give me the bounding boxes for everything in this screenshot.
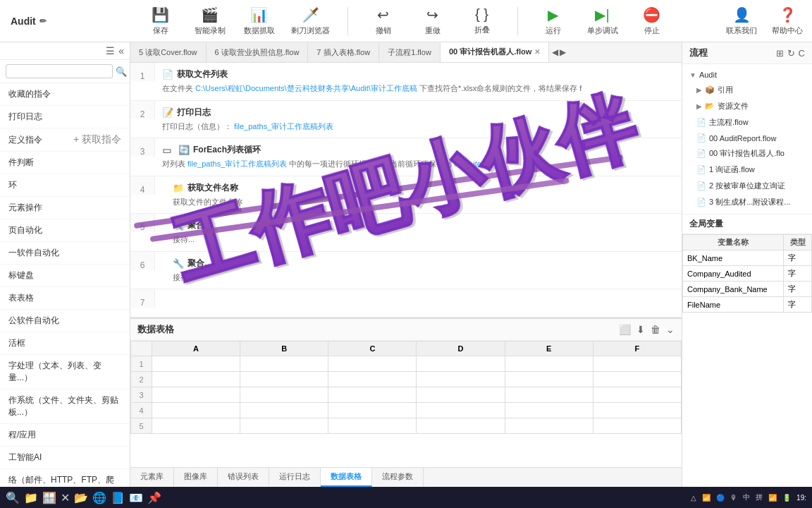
- dt-expand-icon[interactable]: ⌄: [666, 324, 675, 335]
- bottom-tab-primitives[interactable]: 元素库: [130, 468, 174, 487]
- tab-license-flow[interactable]: 6 读取营业执照信息.flow: [207, 43, 309, 62]
- sidebar-collapse-icon[interactable]: «: [118, 45, 124, 56]
- tree-item-more[interactable]: 📄 3 制生成材...附设课程...: [682, 194, 812, 210]
- cell-4f[interactable]: [593, 403, 681, 418]
- taskbar-icon-chrome[interactable]: 🌐: [92, 491, 106, 504]
- bottom-tab-data-table[interactable]: 数据表格: [321, 468, 372, 487]
- cell-1f[interactable]: [593, 356, 681, 372]
- cell-2a[interactable]: [152, 372, 240, 387]
- tab-cover-flow[interactable]: 5 读取Cover.flow: [130, 43, 207, 62]
- sidebar-item-software-auto[interactable]: 一软件自动化: [0, 242, 130, 265]
- sidebar-item-element-ops[interactable]: 元素操作: [0, 197, 130, 219]
- tab-insert-table[interactable]: 7 插入表格.flow: [308, 43, 379, 62]
- taskbar-icon-file[interactable]: 📂: [74, 491, 88, 504]
- cell-3f[interactable]: [593, 387, 681, 403]
- step-var-3[interactable]: loop_item: [454, 159, 488, 168]
- cell-3e[interactable]: [505, 387, 593, 403]
- sidebar-item-office-auto[interactable]: 公软件自动化: [0, 310, 130, 332]
- sidebar-item-print-log[interactable]: 打印日志: [0, 106, 130, 128]
- tab-subprocess[interactable]: 子流程1.flow: [379, 43, 441, 62]
- sidebar-item-app[interactable]: 程/应用: [0, 424, 130, 447]
- dt-delete-icon[interactable]: 🗑: [651, 324, 660, 335]
- sidebar-item-filesys[interactable]: 作系统（文件、文件夹、剪贴板...）: [0, 389, 130, 424]
- taskbar-icon-pin[interactable]: 📌: [147, 491, 161, 504]
- taskbar-icon-windows[interactable]: 🪟: [42, 491, 56, 504]
- tree-item-audit-report[interactable]: 📄 00 AuditReport.flow: [682, 131, 812, 145]
- tree-item-audit-robot[interactable]: 📄 00 审计报告机器人.flo: [682, 145, 812, 162]
- add-cmd-icon[interactable]: + 获取指令: [73, 133, 121, 146]
- tree-item-resources[interactable]: ▶ 📂 资源文件: [682, 98, 812, 114]
- cell-2c[interactable]: [328, 372, 417, 387]
- sidebar-item-judgment[interactable]: 件判断: [0, 152, 130, 174]
- search-icon[interactable]: 🔍: [116, 66, 127, 77]
- cell-4d[interactable]: [417, 403, 505, 418]
- bottom-tab-image-lib[interactable]: 图像库: [174, 468, 218, 487]
- tab-audit-robot[interactable]: 00 审计报告机器人.flow ✕: [441, 42, 549, 62]
- dt-download-icon[interactable]: ⬇: [636, 324, 645, 335]
- toolbar-btn-data-fetch[interactable]: 📊数据抓取: [242, 6, 277, 36]
- cell-2e[interactable]: [505, 372, 593, 387]
- var-name-bkname[interactable]: BK_Name: [683, 250, 784, 266]
- contact-button[interactable]: 👤 联系我们: [724, 6, 759, 36]
- bottom-tab-flow-params[interactable]: 流程参数: [372, 468, 424, 487]
- rp-icon-3[interactable]: C: [799, 48, 805, 59]
- cell-5e[interactable]: [505, 418, 593, 434]
- bottom-tab-run-log[interactable]: 运行日志: [269, 468, 321, 487]
- toolbar-btn-fold[interactable]: { }折叠: [465, 6, 500, 35]
- toolbar-btn-redo[interactable]: ↪重做: [415, 6, 450, 36]
- sidebar-item-commands[interactable]: 收藏的指令: [0, 83, 130, 106]
- bottom-tab-error-list[interactable]: 错误列表: [218, 468, 269, 487]
- sidebar-item-ai[interactable]: 工智能AI: [0, 447, 130, 469]
- tree-item-inquiry[interactable]: 📄 1 询证函.flow: [682, 162, 812, 178]
- rp-icon-1[interactable]: ⊞: [776, 48, 784, 59]
- sidebar-item-loop[interactable]: 环: [0, 174, 130, 197]
- cell-5c[interactable]: [328, 418, 417, 434]
- cell-5d[interactable]: [417, 418, 505, 434]
- sidebar-item-spreadsheet[interactable]: 表表格: [0, 287, 130, 310]
- cell-5b[interactable]: [240, 418, 328, 434]
- help-button[interactable]: ❓ 帮助中心: [770, 6, 805, 36]
- var-name-company-audited[interactable]: Company_Audited: [683, 266, 784, 282]
- cell-3b[interactable]: [240, 387, 328, 403]
- taskbar-icon-x[interactable]: ✕: [61, 491, 70, 504]
- tree-item-ref[interactable]: ▶ 📦 引用: [682, 82, 812, 98]
- rp-icon-2[interactable]: ↻: [787, 48, 795, 59]
- cell-1c[interactable]: [328, 356, 417, 372]
- cell-1a[interactable]: [152, 356, 240, 372]
- tree-root-audit[interactable]: ▼ Audit: [682, 68, 812, 82]
- cell-4c[interactable]: [328, 403, 417, 418]
- collapse-icon-3[interactable]: ▭: [162, 145, 171, 156]
- toolbar-btn-smart-record[interactable]: 🎬智能录制: [192, 6, 228, 36]
- cell-5a[interactable]: [152, 418, 240, 434]
- tree-item-main-flow[interactable]: 📄 主流程.flow: [682, 114, 812, 131]
- sidebar-item-text-proc[interactable]: 字处理（文本、列表、变量...）: [0, 355, 130, 389]
- sidebar-item-network[interactable]: 络（邮件、HTTP、FTP、爬虫知...）: [0, 469, 130, 487]
- toolbar-btn-undo[interactable]: ↩撤销: [366, 6, 401, 36]
- var-name-company-bank-name[interactable]: Company_Bank_Name: [683, 282, 784, 297]
- toolbar-btn-run[interactable]: ▶运行: [536, 6, 571, 36]
- toolbar-btn-save[interactable]: 💾保存: [143, 6, 178, 36]
- sidebar-list-icon[interactable]: ☰: [106, 45, 115, 56]
- cell-2b[interactable]: [240, 372, 328, 387]
- cell-2f[interactable]: [593, 372, 681, 387]
- sidebar-item-activex[interactable]: 活框: [0, 332, 130, 355]
- cell-4e[interactable]: [505, 403, 593, 418]
- taskbar-icon-edge[interactable]: 📘: [111, 491, 125, 504]
- cell-2d[interactable]: [417, 372, 505, 387]
- step-list-3[interactable]: file_paths_审计工作底稿列表: [187, 159, 287, 168]
- cell-5f[interactable]: [593, 418, 681, 434]
- tab-next-arrow[interactable]: ▶: [560, 47, 566, 57]
- cell-3c[interactable]: [328, 387, 417, 403]
- tab-close-icon[interactable]: ✕: [534, 48, 540, 56]
- sidebar-item-page-auto[interactable]: 页自动化: [0, 219, 130, 242]
- tree-item-confirm[interactable]: 📄 2 按被审单位建立询证: [682, 178, 812, 194]
- cell-1b[interactable]: [240, 356, 328, 372]
- sidebar-item-keyboard[interactable]: 标键盘: [0, 265, 130, 287]
- sidebar-item-define-cmd[interactable]: 定义指令 + 获取指令: [0, 128, 130, 152]
- taskbar-icon-folder[interactable]: 📁: [24, 491, 38, 504]
- taskbar-icon-mail[interactable]: 📧: [129, 491, 143, 504]
- cell-3a[interactable]: [152, 387, 240, 403]
- search-input[interactable]: [6, 64, 113, 78]
- toolbar-btn-blade-browser[interactable]: 🗡️剩刀浏览器: [291, 6, 330, 36]
- cell-1d[interactable]: [417, 356, 505, 372]
